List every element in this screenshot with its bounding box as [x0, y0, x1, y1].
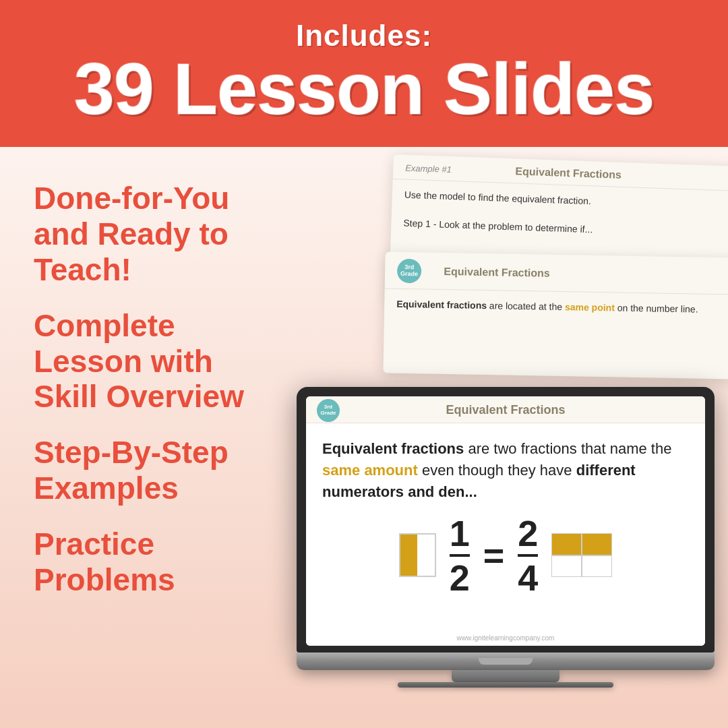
feature-4: Practice Problems — [34, 526, 263, 598]
fraction-line — [450, 554, 470, 557]
example-tag: Example #1 — [405, 162, 514, 177]
slide-1-title: Equivalent Fractions — [514, 165, 623, 181]
laptop-stand — [452, 670, 559, 682]
laptop-base — [297, 653, 715, 670]
equals-sign: = — [483, 535, 505, 576]
screen-definition: Equivalent fractions are two fractions t… — [322, 438, 689, 503]
content-section: Done-for-You and Ready to Teach! Complet… — [0, 147, 728, 728]
main-title: 39 Lesson Slides — [27, 53, 701, 125]
feature-1: Done-for-You and Ready to Teach! — [34, 181, 263, 288]
fraction-two-fourths: 2 4 — [518, 515, 538, 596]
screen-content: 3rdGrade Equivalent Fractions Equivalent… — [306, 396, 705, 646]
fraction-left-half — [400, 535, 418, 576]
screen-footer: www.ignitelearningcompany.com — [306, 630, 705, 646]
screen-body: Equivalent fractions are two fractions t… — [306, 423, 705, 630]
fraction-one-half: 1 2 — [450, 515, 470, 596]
fq-2 — [582, 533, 612, 555]
fq-3 — [551, 555, 582, 578]
left-panel: Done-for-You and Ready to Teach! Complet… — [0, 147, 283, 728]
fraction-line-2 — [518, 554, 538, 557]
feature-2: Complete Lesson with Skill Overview — [34, 308, 263, 415]
laptop-screen-outer: 3rdGrade Equivalent Fractions Equivalent… — [297, 387, 715, 653]
fq-1 — [551, 533, 582, 555]
feature-3: Step-By-Step Examples — [34, 435, 263, 506]
screen-title: Equivalent Fractions — [446, 403, 565, 417]
laptop-notch — [479, 658, 533, 665]
laptop-foot — [398, 682, 613, 688]
slide-1-body: Use the model to find the equivalent fra… — [391, 179, 728, 250]
fraction-box-quarter — [551, 533, 612, 577]
slide-2-title: Equivalent Fractions — [421, 265, 572, 280]
screen-grade-badge: 3rdGrade — [317, 399, 340, 422]
laptop: 3rdGrade Equivalent Fractions Equivalent… — [297, 387, 715, 688]
slide-2-body: Equivalent fractions are located at the … — [384, 289, 728, 325]
fraction-right-half — [417, 535, 435, 576]
fraction-visual: 1 2 = 2 — [322, 515, 689, 596]
header-banner: Includes: 39 Lesson Slides — [0, 0, 728, 147]
page-container: Includes: 39 Lesson Slides Done-for-You … — [0, 0, 728, 728]
laptop-screen: 3rdGrade Equivalent Fractions Equivalent… — [306, 396, 705, 646]
right-panel: Example #1 Equivalent Fractions Use the … — [283, 147, 728, 728]
fraction-box-half — [399, 533, 436, 577]
screen-header: 3rdGrade Equivalent Fractions — [306, 396, 705, 423]
fq-4 — [582, 555, 612, 578]
slide-card-2: 3rdGrade Equivalent Fractions Equivalent… — [383, 251, 728, 379]
slide-2-badge: 3rdGrade — [397, 259, 422, 284]
